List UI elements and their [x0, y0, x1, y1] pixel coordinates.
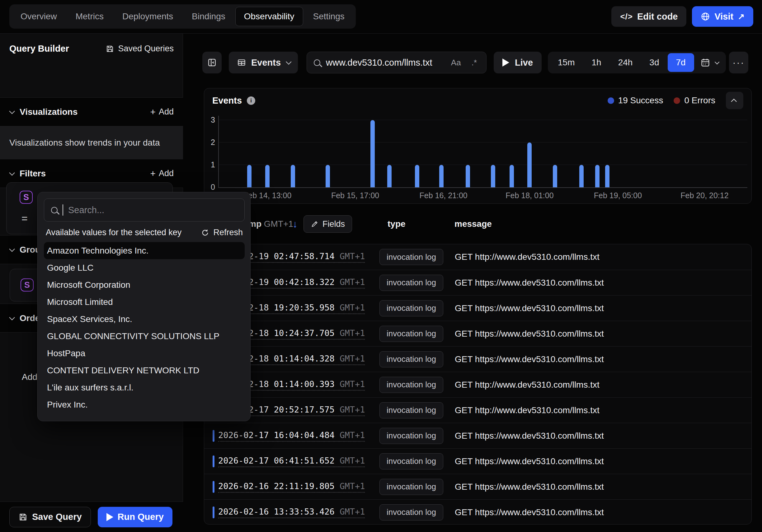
event-count-bar[interactable] — [527, 143, 532, 187]
event-count-bar[interactable] — [509, 165, 514, 187]
row-type-badge: invocation log — [379, 377, 443, 393]
event-count-bar[interactable] — [605, 165, 609, 187]
search-placeholder: Search... — [68, 205, 104, 215]
gridline — [219, 120, 747, 120]
visit-button[interactable]: Visit ↗ — [692, 6, 753, 27]
type-column-header[interactable]: type — [388, 219, 406, 229]
event-count-bar[interactable] — [553, 165, 557, 187]
plus-icon: + — [150, 168, 156, 179]
time-range-24h[interactable]: 24h — [610, 53, 641, 72]
sort-descending-icon[interactable]: ↓ — [293, 218, 298, 230]
event-count-bar[interactable] — [247, 165, 252, 187]
panel-collapse-icon — [207, 58, 217, 68]
table-row[interactable]: 2026-02-19 00:42:18.322 GMT+1invocation … — [204, 270, 751, 295]
live-button[interactable]: Live — [494, 52, 542, 73]
nav-tab-deployments[interactable]: Deployments — [114, 7, 182, 26]
match-case-toggle[interactable]: Aa — [449, 58, 464, 68]
run-query-button[interactable]: Run Query — [98, 507, 173, 527]
add-filter-button[interactable]: +Add — [150, 168, 174, 179]
event-count-bar[interactable] — [491, 165, 495, 187]
table-row[interactable]: 2026-02-17 20:52:17.575 GMT+1invocation … — [204, 397, 751, 423]
chevron-down-icon — [9, 246, 15, 252]
collapse-chart-button[interactable] — [726, 92, 743, 109]
calendar-icon — [700, 58, 710, 68]
log-level-indicator — [213, 506, 214, 518]
time-range-1h[interactable]: 1h — [583, 53, 609, 72]
x-axis-tick-label: Feb 14, 13:00 — [243, 191, 291, 200]
table-row[interactable]: 2026-02-17 16:04:04.484 GMT+1invocation … — [204, 423, 751, 448]
time-range-3d[interactable]: 3d — [641, 53, 667, 72]
events-table-header: timestamp GMT+1 ↓ Fields type message — [204, 212, 752, 236]
collapse-sidebar-button[interactable] — [202, 52, 222, 73]
event-count-bar[interactable] — [466, 165, 470, 187]
query-search-input[interactable]: www.dev5310.com/llms.txt Aa .* — [307, 52, 487, 73]
dropdown-item[interactable]: Microsoft Limited — [44, 294, 245, 310]
dropdown-item[interactable]: Amazon Technologies Inc. — [44, 242, 245, 259]
more-options-button[interactable]: ··· — [729, 52, 748, 73]
dropdown-item[interactable]: L'ile aux surfers s.a.r.l. — [44, 379, 245, 396]
dropdown-item[interactable]: HostPapa — [44, 345, 245, 362]
nav-tab-settings[interactable]: Settings — [304, 7, 353, 26]
event-count-bar[interactable] — [387, 165, 392, 187]
sidebar-footer: Save Query Run Query — [0, 501, 183, 532]
dropdown-item[interactable]: SpaceX Services, Inc. — [44, 310, 245, 328]
nav-tab-observability[interactable]: Observability — [235, 7, 303, 26]
table-row[interactable]: 2026-02-16 22:11:19.805 GMT+1invocation … — [204, 474, 751, 499]
regex-toggle[interactable]: .* — [469, 58, 479, 68]
code-icon: </> — [620, 12, 633, 22]
y-axis-tick-label: 2 — [206, 138, 215, 147]
event-count-bar[interactable] — [291, 165, 295, 187]
dropdown-item[interactable]: Google LLC — [44, 259, 245, 276]
nav-tab-metrics[interactable]: Metrics — [67, 7, 113, 26]
event-count-bar[interactable] — [415, 165, 419, 187]
table-row[interactable]: 2026-02-18 19:20:35.958 GMT+1invocation … — [204, 295, 751, 321]
event-count-bar[interactable] — [265, 165, 269, 187]
dropdown-item[interactable]: GLOBAL CONNECTIVITY SOLUTIONS LLP — [44, 328, 245, 345]
table-row[interactable]: 2026-02-17 06:41:51.652 GMT+1invocation … — [204, 448, 751, 474]
row-message: GET http://www.dev5310.com/llms.txt — [455, 252, 599, 262]
event-count-bar[interactable] — [326, 165, 330, 187]
nav-tab-bindings[interactable]: Bindings — [183, 7, 234, 26]
refresh-button[interactable]: Refresh — [201, 228, 243, 237]
event-count-bar[interactable] — [370, 120, 375, 187]
table-row[interactable]: 2026-02-18 01:14:00.393 GMT+1invocation … — [204, 372, 751, 397]
refresh-icon — [201, 229, 209, 237]
chevron-up-icon — [731, 99, 736, 104]
table-row[interactable]: 2026-02-18 01:14:04.328 GMT+1invocation … — [204, 346, 751, 372]
edit-code-button[interactable]: </> Edit code — [611, 6, 686, 27]
event-count-bar[interactable] — [595, 165, 599, 187]
event-count-bar[interactable] — [579, 165, 584, 187]
play-icon — [502, 58, 509, 67]
message-column-header[interactable]: message — [454, 219, 492, 229]
y-axis-tick-label: 3 — [206, 115, 215, 124]
add-visualization-button[interactable]: +Add — [150, 107, 174, 117]
row-type-badge: invocation log — [379, 428, 443, 444]
search-icon — [51, 207, 58, 213]
x-axis-tick-label: Feb 18, 01:00 — [505, 191, 554, 200]
play-icon — [107, 513, 113, 521]
time-range-7d[interactable]: 7d — [668, 53, 694, 72]
nav-tab-overview[interactable]: Overview — [12, 7, 66, 26]
dropdown-item[interactable]: Privex Inc. — [44, 396, 245, 413]
save-query-button[interactable]: Save Query — [9, 507, 91, 527]
dropdown-search-input[interactable]: Search... — [44, 198, 245, 222]
table-row[interactable]: 2026-02-16 13:33:53.426 GMT+1invocation … — [204, 499, 751, 524]
event-count-bar[interactable] — [439, 165, 444, 187]
gridline — [219, 165, 747, 165]
row-timestamp: 2026-02-16 13:33:53.426 GMT+1 — [218, 506, 365, 518]
fields-button[interactable]: Fields — [303, 215, 352, 233]
custom-date-range-button[interactable] — [694, 58, 724, 68]
dropdown-item[interactable]: Microsoft Corporation — [44, 276, 245, 294]
row-type-badge: invocation log — [379, 326, 443, 342]
time-range-15m[interactable]: 15m — [549, 53, 583, 72]
table-row[interactable]: 2026-02-18 10:24:37.705 GMT+1invocation … — [204, 321, 751, 346]
view-selector-dropdown[interactable]: Events — [229, 52, 298, 73]
visualizations-section-header[interactable]: Visualizations +Add — [0, 98, 183, 126]
row-timestamp: 2026-02-17 06:41:51.652 GMT+1 — [218, 455, 365, 467]
table-row[interactable]: 2026-02-19 02:47:58.714 GMT+1invocation … — [204, 244, 751, 270]
success-dot-icon — [608, 98, 614, 104]
chevron-down-icon — [9, 108, 15, 114]
add-button-fragment[interactable]: Add — [22, 372, 38, 382]
dropdown-item[interactable]: CONTENT DELIVERY NETWORK LTD — [44, 362, 245, 379]
saved-queries-button[interactable]: Saved Queries — [106, 44, 174, 53]
